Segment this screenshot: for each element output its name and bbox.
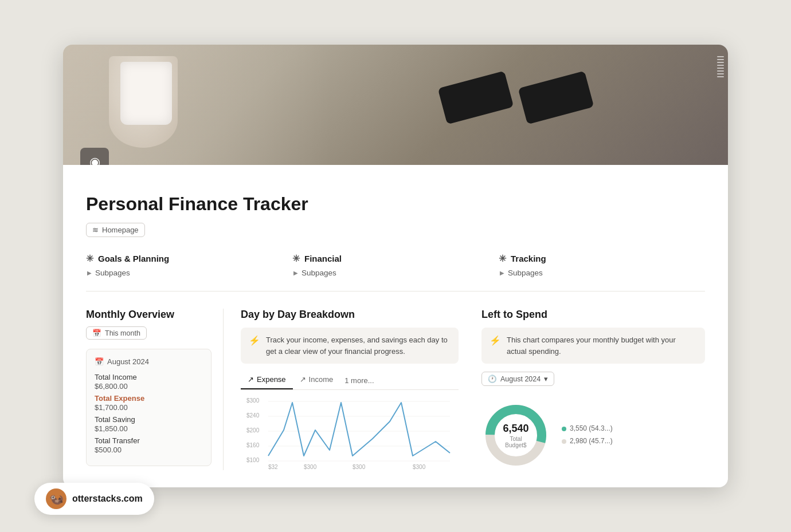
total-expense-row: Total Expense $1,700.00 xyxy=(95,394,203,412)
month-selector[interactable]: 🕐 August 2024 ▾ xyxy=(481,372,554,386)
breakdown-info-text: Track your income, expenses, and savings… xyxy=(266,334,451,357)
transfer-label: Total Transfer xyxy=(95,436,203,445)
donut-container: 6,540 Total Budget$ 3,550 (54.3...) 2,98… xyxy=(481,401,705,470)
svg-text:$240: $240 xyxy=(246,412,260,419)
breakdown-title: Day by Day Breakdown xyxy=(241,309,459,321)
donut-chart: 6,540 Total Budget$ xyxy=(481,401,550,470)
scroll-indicator xyxy=(717,76,724,77)
subpages-arrow-icon: ▶ xyxy=(500,270,504,276)
page-title: Personal Finance Tracker xyxy=(86,194,705,215)
nav-goals-title[interactable]: ✳ Goals & Planning xyxy=(86,253,292,264)
total-income-row: Total Income $6,800.00 xyxy=(95,373,203,391)
donut-legend: 3,550 (54.3...) 2,980 (45.7...) xyxy=(562,423,613,447)
lightning-icon-2: ⚡ xyxy=(490,335,501,346)
monthly-overview-section: Monthly Overview 📅 This month 📅 August 2… xyxy=(86,309,224,470)
goals-subpages-label: Subpages xyxy=(95,269,130,277)
page-icon-symbol: ◉ xyxy=(89,155,100,165)
breakdown-info-box: ⚡ Track your income, expenses, and savin… xyxy=(241,328,459,364)
scroll-indicator xyxy=(717,65,724,66)
tracking-subpages-label: Subpages xyxy=(508,269,543,277)
more-tabs[interactable]: 1 more... xyxy=(340,373,378,388)
chevron-down-icon: ▾ xyxy=(544,375,548,383)
nav-section-goals: ✳ Goals & Planning ▶ Subpages xyxy=(86,251,292,279)
homepage-icon: ≋ xyxy=(92,226,99,234)
scroll-indicator xyxy=(717,59,724,60)
overview-month: 📅 August 2024 xyxy=(95,357,203,366)
tracking-subpages[interactable]: ▶ Subpages xyxy=(499,269,705,277)
overview-card: 📅 August 2024 Total Income $6,800.00 Tot… xyxy=(86,349,212,466)
breakdown-section: Day by Day Breakdown ⚡ Track your income… xyxy=(235,309,464,470)
income-label: Total Income xyxy=(95,373,203,381)
nav-financial-title[interactable]: ✳ Financial xyxy=(292,253,499,264)
chart-tabs: ↗ Expense ↗ Income 1 more... xyxy=(241,372,459,390)
financial-subpages-label: Subpages xyxy=(301,269,336,277)
page-content: Personal Finance Tracker ≋ Homepage ✳ Go… xyxy=(63,165,728,487)
expense-tab[interactable]: ↗ Expense xyxy=(241,372,293,389)
income-value: $6,800.00 xyxy=(95,382,203,391)
legend-dot-grey xyxy=(562,439,566,444)
scrollbar[interactable] xyxy=(719,56,721,148)
legend-label-1: 3,550 (54.3...) xyxy=(570,423,613,435)
watermark-logo-emoji: 🦦 xyxy=(49,492,64,506)
month-selector-label: August 2024 xyxy=(500,375,541,383)
goals-icon: ✳ xyxy=(86,253,93,264)
total-transfer-row: Total Transfer $500.00 xyxy=(95,436,203,454)
svg-text:$300: $300 xyxy=(413,464,426,470)
svg-text:$100: $100 xyxy=(246,457,260,463)
svg-text:$300: $300 xyxy=(246,397,260,404)
month-label: August 2024 xyxy=(107,357,149,366)
homepage-badge[interactable]: ≋ Homepage xyxy=(86,223,145,237)
browser-frame: ◉ Personal Finance Tracker ≋ Homepage ✳ … xyxy=(63,45,728,487)
expense-tab-label: Expense xyxy=(257,375,286,384)
legend-item-2: 2,980 (45.7...) xyxy=(562,435,613,448)
this-month-label: This month xyxy=(105,329,140,337)
svg-text:$160: $160 xyxy=(246,442,260,448)
chart-svg: $300 $240 $200 $160 $100 xyxy=(241,396,459,470)
goals-subpages[interactable]: ▶ Subpages xyxy=(86,269,292,277)
scroll-indicator xyxy=(717,73,724,74)
more-tabs-label: 1 more... xyxy=(344,376,374,385)
tracking-icon: ✳ xyxy=(499,253,506,264)
expense-tab-icon: ↗ xyxy=(248,375,254,384)
watermark: 🦦 otterstacks.com xyxy=(34,483,154,515)
subpages-arrow-icon: ▶ xyxy=(293,270,298,276)
line-chart: $300 $240 $200 $160 $100 xyxy=(241,396,459,470)
nav-tracking-title[interactable]: ✳ Tracking xyxy=(499,253,705,264)
nav-section-financial: ✳ Financial ▶ Subpages xyxy=(292,251,499,279)
clock-icon: 🕐 xyxy=(488,375,497,383)
left-to-spend-info-box: ⚡ This chart compares your monthly budge… xyxy=(481,328,705,364)
tracking-label: Tracking xyxy=(511,254,546,263)
calendar-icon: 📅 xyxy=(92,329,101,337)
scroll-indicator xyxy=(717,62,724,63)
legend-item-1: 3,550 (54.3...) xyxy=(562,423,613,435)
income-tab-icon: ↗ xyxy=(300,375,306,384)
donut-total-value: 6,540 xyxy=(499,423,533,435)
hero-overlay xyxy=(63,45,728,165)
svg-text:$200: $200 xyxy=(246,427,260,434)
nav-section-tracking: ✳ Tracking ▶ Subpages xyxy=(499,251,705,279)
hero-banner: ◉ xyxy=(63,45,728,165)
goals-label: Goals & Planning xyxy=(98,254,169,263)
legend-label-2: 2,980 (45.7...) xyxy=(570,435,613,448)
watermark-url: otterstacks.com xyxy=(72,494,143,504)
income-tab[interactable]: ↗ Income xyxy=(293,372,340,389)
svg-text:$32: $32 xyxy=(268,464,278,470)
expense-value: $1,700.00 xyxy=(95,403,203,412)
left-to-spend-info-text: This chart compares your monthly budget … xyxy=(507,334,697,357)
expense-label: Total Expense xyxy=(95,394,203,403)
svg-text:$300: $300 xyxy=(304,464,317,470)
nav-sections: ✳ Goals & Planning ▶ Subpages ✳ Financia… xyxy=(86,251,705,291)
hero-glasses-decoration xyxy=(441,73,613,119)
monthly-overview-title: Monthly Overview xyxy=(86,309,212,321)
financial-label: Financial xyxy=(304,254,342,263)
financial-subpages[interactable]: ▶ Subpages xyxy=(292,269,499,277)
watermark-logo: 🦦 xyxy=(46,488,66,509)
left-to-spend-title: Left to Spend xyxy=(481,309,705,321)
left-to-spend-section: Left to Spend ⚡ This chart compares your… xyxy=(476,309,705,470)
this-month-filter[interactable]: 📅 This month xyxy=(86,326,147,340)
donut-center-value: 6,540 Total Budget$ xyxy=(499,423,533,448)
svg-text:$300: $300 xyxy=(353,464,366,470)
saving-label: Total Saving xyxy=(95,415,203,424)
scroll-indicator xyxy=(717,70,724,72)
donut-total-label: Total Budget$ xyxy=(499,436,533,448)
